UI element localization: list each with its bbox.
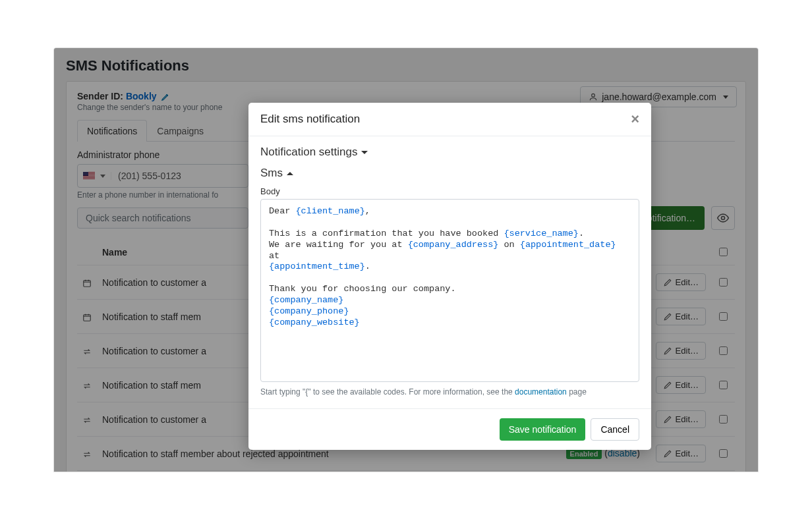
template-token: {company_phone} bbox=[269, 306, 349, 316]
body-hint: Start typing "{" to see the available co… bbox=[260, 387, 639, 397]
caret-up-icon bbox=[287, 172, 293, 175]
documentation-link[interactable]: documentation bbox=[515, 387, 567, 397]
template-token: {appointment_date} bbox=[520, 240, 616, 250]
template-token: {company_address} bbox=[408, 240, 499, 250]
body-editor[interactable]: Dear {client_name}, This is a confirmati… bbox=[260, 199, 639, 382]
section-sms-label: Sms bbox=[260, 167, 283, 180]
close-icon[interactable]: × bbox=[631, 112, 639, 126]
template-token: {appointment_time} bbox=[269, 261, 365, 271]
template-token: {company_website} bbox=[269, 317, 360, 327]
template-token: {company_name} bbox=[269, 295, 343, 305]
app-frame: SMS Notifications jane.howard@example.co… bbox=[53, 47, 759, 472]
cancel-button[interactable]: Cancel bbox=[591, 418, 639, 441]
template-token: {client_name} bbox=[296, 206, 365, 216]
hint-pre: Start typing "{" to see the available co… bbox=[260, 387, 515, 397]
section-notification-settings[interactable]: Notification settings bbox=[260, 142, 639, 163]
body-label: Body bbox=[260, 186, 639, 196]
modal-title: Edit sms notification bbox=[260, 113, 360, 126]
section-sms[interactable]: Sms bbox=[260, 163, 639, 184]
template-token: {service_name} bbox=[504, 229, 578, 238]
hint-post: page bbox=[567, 387, 587, 397]
modal-footer: Save notification Cancel bbox=[248, 408, 651, 450]
edit-notification-modal: Edit sms notification × Notification set… bbox=[248, 103, 651, 450]
modal-header: Edit sms notification × bbox=[248, 103, 651, 136]
save-button[interactable]: Save notification bbox=[500, 418, 586, 441]
caret-down-icon bbox=[361, 151, 368, 154]
section-settings-label: Notification settings bbox=[260, 146, 357, 159]
